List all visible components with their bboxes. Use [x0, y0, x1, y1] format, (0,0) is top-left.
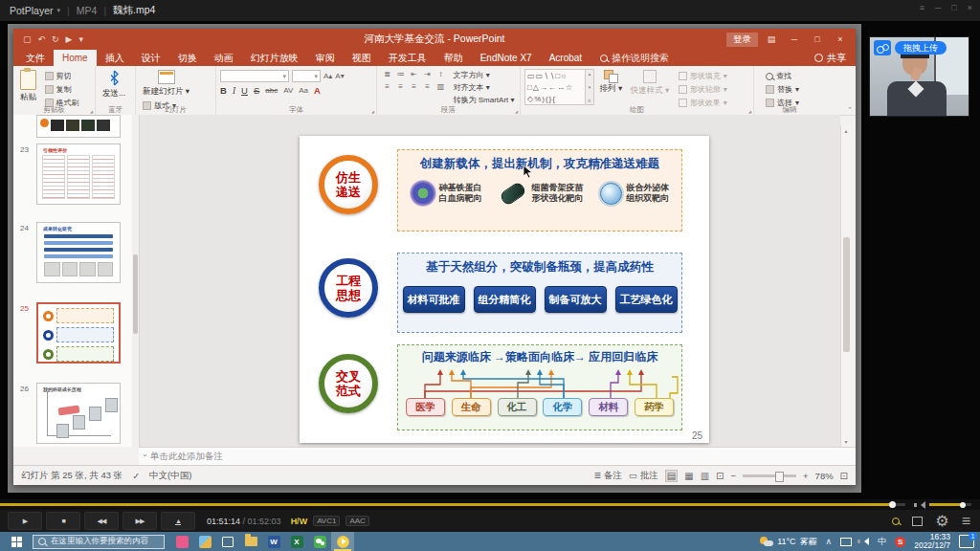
maximize-icon[interactable]: □: [951, 3, 956, 12]
shapes-gallery-scroll[interactable]: ▴▾≡: [586, 69, 594, 105]
playlist-icon[interactable]: ≡: [962, 513, 970, 530]
shapes-gallery[interactable]: ▭▭∖∖□○□△→←↔☆◇%)(}{: [524, 69, 586, 105]
restore-icon[interactable]: □: [808, 34, 827, 44]
volume-slider[interactable]: [929, 503, 971, 506]
tab-审阅[interactable]: 审阅: [307, 50, 344, 66]
normal-view-icon[interactable]: ▤: [665, 470, 678, 482]
zoom-in-icon[interactable]: +: [803, 471, 809, 481]
qat-dropdown-icon[interactable]: ▾: [79, 34, 84, 44]
grow-font-icon[interactable]: A▴: [323, 72, 332, 80]
slide-thumbnail-24[interactable]: 24成果转化研究: [13, 222, 132, 287]
align-right-icon[interactable]: ≡: [408, 82, 420, 94]
new-slide-button[interactable]: 新建幻灯片 ▾: [140, 69, 192, 99]
share-button[interactable]: 共享: [814, 50, 846, 66]
zoom-out-icon[interactable]: −: [730, 471, 736, 481]
comments-toggle[interactable]: ▭ 批注: [629, 470, 658, 482]
numbering-icon[interactable]: ≔: [394, 70, 407, 81]
change-case-icon[interactable]: Aa: [299, 86, 308, 95]
start-button[interactable]: [0, 532, 33, 551]
close-icon[interactable]: ×: [968, 3, 972, 12]
slideshow-icon[interactable]: ▶: [66, 34, 73, 44]
tab-幻灯片放映[interactable]: 幻灯片放映: [242, 50, 307, 66]
reading-view-icon[interactable]: ▥: [701, 471, 709, 481]
word-icon-button[interactable]: W: [262, 532, 285, 551]
seek-knob[interactable]: [889, 501, 896, 508]
screenshot-icon[interactable]: [912, 517, 923, 526]
next-icon[interactable]: ▶▶: [122, 512, 157, 530]
dialog-launcher-icon[interactable]: ◢: [515, 109, 518, 114]
slide-canvas[interactable]: 仿生递送 创建新载体，提出新机制，攻克精准递送难题 砷基铁蛋白白血病靶向细菌骨架…: [300, 136, 709, 443]
photos-icon-button[interactable]: [193, 532, 216, 551]
menu-icon[interactable]: ≡: [920, 3, 924, 12]
file-explorer-icon-button[interactable]: [239, 532, 262, 551]
shape-fill-button[interactable]: 形状填充 ▾: [679, 71, 727, 81]
prev-icon[interactable]: ◀◀: [84, 512, 119, 530]
align-text-button[interactable]: 对齐文本 ▾: [454, 82, 515, 93]
quick-styles-button[interactable]: 快速样式 ▾: [628, 69, 673, 98]
tab-插入[interactable]: 插入: [97, 50, 133, 66]
play-icon[interactable]: ▶: [8, 512, 42, 530]
font-size-select[interactable]: ▾: [292, 70, 321, 82]
slide-thumbnail-22[interactable]: [13, 115, 132, 138]
align-left-icon[interactable]: ≡: [381, 82, 393, 94]
drag-upload-button[interactable]: 拖拽上传: [895, 41, 947, 55]
weather-widget[interactable]: 11°C 雾霾: [760, 536, 816, 548]
copy-button[interactable]: 复制: [45, 84, 79, 95]
excel-icon-button[interactable]: X: [285, 532, 308, 551]
clear-format-icon[interactable]: abc: [265, 86, 278, 95]
sign-in-button[interactable]: 登录: [726, 33, 758, 47]
char-spacing-icon[interactable]: AV: [283, 86, 293, 95]
tab-视图[interactable]: 视图: [344, 50, 380, 66]
decrease-indent-icon[interactable]: ⇤: [408, 70, 420, 81]
tab-文件[interactable]: 文件: [17, 50, 54, 66]
open-icon[interactable]: ▲: [161, 512, 195, 530]
video-area[interactable]: ▢↶↻▶▾ 河南大学基金交流 - PowerPoint 登录 ▤ ─ □ × 文…: [0, 21, 980, 499]
sticky-notes-icon-button[interactable]: [170, 532, 193, 551]
replace-button[interactable]: 替换 ▾: [766, 84, 799, 95]
powerpoint-window-controls[interactable]: 登录 ▤ ─ □ ×: [726, 29, 850, 50]
network-icon[interactable]: [840, 538, 852, 546]
zoom-slider[interactable]: [743, 474, 796, 477]
volume-knob[interactable]: [960, 502, 966, 508]
slideshow-icon[interactable]: ⊡: [716, 471, 724, 481]
chevron-down-icon[interactable]: ▾: [57, 7, 61, 14]
save-icon[interactable]: ▢: [23, 34, 32, 44]
settings-gear-icon[interactable]: ⚙: [935, 512, 948, 530]
taskbar-clock[interactable]: 16:33 2022/12/7: [914, 533, 950, 551]
redo-icon[interactable]: ↻: [52, 34, 59, 44]
font-name-select[interactable]: ▾: [220, 70, 289, 82]
quick-access-toolbar[interactable]: ▢↶↻▶▾: [23, 34, 83, 44]
bold-icon[interactable]: B: [220, 85, 227, 96]
shrink-font-icon[interactable]: A▾: [335, 72, 344, 80]
scroll-down-icon[interactable]: ▾: [844, 438, 847, 445]
scene-search-icon[interactable]: [892, 518, 900, 525]
editor-scrollbar[interactable]: ▴▾: [840, 125, 851, 447]
undo-icon[interactable]: ↶: [38, 34, 46, 44]
font-color-icon[interactable]: A: [314, 85, 321, 96]
tab-切换[interactable]: 切换: [169, 50, 206, 66]
tab-EndNote X7[interactable]: EndNote X7: [472, 50, 541, 66]
tab-开发工具[interactable]: 开发工具: [380, 50, 435, 66]
shape-outline-button[interactable]: 形状轮廓 ▾: [679, 84, 727, 95]
ribbon-options-icon[interactable]: ▤: [762, 34, 781, 44]
find-button[interactable]: 查找: [766, 71, 799, 81]
thumbnail-scrollbar[interactable]: [132, 115, 139, 447]
notes-pane[interactable]: ⌄ 单击此处添加备注: [139, 447, 856, 465]
volume-tray-icon[interactable]: [860, 538, 869, 545]
potplayer-icon-button[interactable]: [331, 532, 354, 551]
sogou-ime-icon[interactable]: S: [895, 537, 905, 547]
language-indicator[interactable]: 中文(中国): [149, 470, 191, 482]
speaker-icon[interactable]: [917, 501, 925, 509]
wechat-icon-button[interactable]: [308, 532, 331, 551]
bluetooth-send-button[interactable]: 发送...: [100, 69, 128, 100]
weiyun-cloud-icon[interactable]: [874, 40, 891, 55]
notes-toggle[interactable]: ≣ 备注: [593, 470, 622, 482]
slide-thumbnail-23[interactable]: 23引领性评价: [13, 143, 132, 209]
cut-button[interactable]: 剪切: [45, 71, 79, 81]
slide-thumbnail-26[interactable]: 26我的科研成长历程: [13, 383, 132, 447]
taskbar-search-input[interactable]: 在这里输入你要搜索的内容: [33, 535, 165, 549]
tab-Acrobat[interactable]: Acrobat: [541, 50, 590, 66]
task-view-icon-button[interactable]: [216, 532, 239, 551]
scroll-up-icon[interactable]: ▴: [844, 127, 847, 134]
paste-button[interactable]: 粘贴: [17, 69, 39, 104]
